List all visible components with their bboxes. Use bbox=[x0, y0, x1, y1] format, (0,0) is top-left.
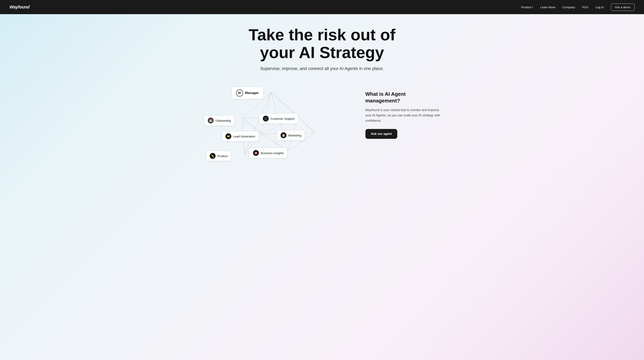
lead-generation-icon: 🤝 bbox=[226, 133, 231, 139]
info-panel: What is AI Agent management? Wayfound is… bbox=[366, 87, 440, 143]
nav-links: Product ▾ Learn More Company POV Log In … bbox=[521, 3, 634, 11]
business-insights-icon: 🎯 bbox=[253, 150, 259, 156]
node-customer-support: 🎧 Customer Support bbox=[259, 113, 298, 124]
logo[interactable]: Wayfound bbox=[10, 4, 30, 10]
node-product: ✏️ Product bbox=[206, 151, 232, 161]
onboarding-icon: 📅 bbox=[208, 118, 214, 124]
info-panel-title: What is AI Agent management? bbox=[366, 91, 440, 104]
nav-login[interactable]: Log In bbox=[596, 5, 604, 9]
content-area: W Manager 📅 Onboarding 🎧 Customer Suppor… bbox=[204, 83, 440, 166]
hero-section: Take the risk out of your AI Strategy Su… bbox=[0, 14, 644, 360]
ask-agent-button[interactable]: Ask our agent bbox=[366, 129, 398, 139]
agent-diagram: W Manager 📅 Onboarding 🎧 Customer Suppor… bbox=[204, 83, 358, 166]
node-marketing: 📋 Marketing bbox=[277, 130, 305, 140]
chevron-down-icon: ▾ bbox=[532, 6, 533, 8]
hero-title: Take the risk out of your AI Strategy bbox=[234, 26, 411, 61]
svg-line-1 bbox=[271, 92, 298, 116]
info-panel-description: Wayfound is your central hub to monitor … bbox=[366, 107, 440, 124]
nav-pov[interactable]: POV bbox=[582, 5, 588, 9]
nav-learn-more[interactable]: Learn More bbox=[540, 5, 556, 9]
svg-line-3 bbox=[271, 92, 315, 133]
get-demo-button[interactable]: Get a demo bbox=[611, 3, 634, 11]
hero-subtitle: Supervise, improve, and connect all your… bbox=[260, 66, 384, 71]
svg-line-2 bbox=[261, 92, 271, 134]
node-manager: W Manager bbox=[232, 87, 264, 99]
product-icon: ✏️ bbox=[210, 153, 216, 159]
nav-product[interactable]: Product ▾ bbox=[521, 5, 533, 9]
customer-support-icon: 🎧 bbox=[263, 116, 269, 122]
node-lead-generation: 🤝 Lead Generation bbox=[222, 131, 259, 141]
navbar: Wayfound Product ▾ Learn More Company PO… bbox=[0, 0, 644, 14]
marketing-icon: 📋 bbox=[280, 132, 286, 138]
node-onboarding: 📅 Onboarding bbox=[204, 115, 235, 126]
wayfound-icon: W bbox=[236, 89, 243, 97]
nav-company[interactable]: Company bbox=[562, 5, 575, 9]
node-business-insights: 🎯 Business Insights bbox=[249, 148, 288, 158]
